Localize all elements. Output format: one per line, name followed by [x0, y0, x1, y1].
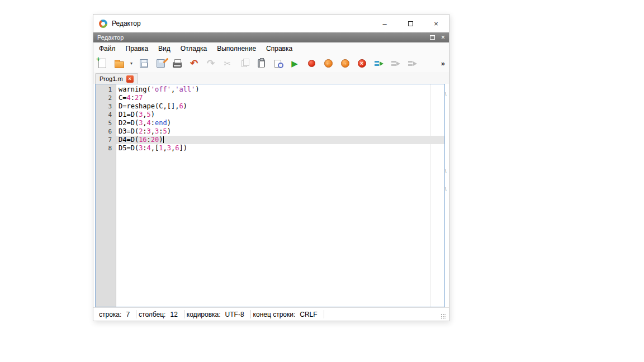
- tab-close-button[interactable]: ×: [126, 75, 134, 83]
- status-bar: строка:7столбец:12кодировка:UTF-8конец с…: [93, 307, 449, 321]
- minimize-button[interactable]: –: [372, 15, 397, 32]
- annotation-mark: \: [445, 169, 447, 174]
- toolbar-overflow-button[interactable]: »: [439, 59, 447, 68]
- code-line-1[interactable]: warning('off','all'): [116, 85, 444, 94]
- open-file-dropdown-icon: ▾: [130, 61, 132, 66]
- new-file-button[interactable]: [95, 56, 110, 71]
- menu-item-edit[interactable]: Правка: [121, 43, 154, 54]
- line-number-2: 2: [96, 94, 112, 102]
- menu-item-help[interactable]: Справка: [261, 43, 297, 54]
- remove-breakpoints-icon: ×: [358, 59, 366, 68]
- menu-item-run[interactable]: Выполнение: [212, 43, 261, 54]
- print-button[interactable]: [170, 56, 184, 71]
- save-as-icon: [157, 59, 165, 68]
- line-number-8: 8: [96, 144, 112, 153]
- close-button[interactable]: ×: [423, 15, 449, 32]
- status-line-value: 7: [126, 311, 130, 318]
- window-title: Редактор: [112, 20, 141, 27]
- line-number-3: 3: [96, 102, 112, 111]
- panel-close-button[interactable]: ×: [441, 34, 445, 41]
- window-controls: – ×: [372, 15, 449, 32]
- status-encoding-label: кодировка:: [187, 311, 221, 318]
- editor-gutter: 12345678: [96, 84, 116, 307]
- octave-logo-icon: [99, 20, 107, 28]
- menu-item-view[interactable]: Вид: [153, 43, 176, 54]
- print-icon: [173, 62, 182, 68]
- window-titlebar[interactable]: Редактор – ×: [93, 15, 449, 32]
- editor-code[interactable]: warning('off','all')C=4:27D=reshape(C,[]…: [116, 84, 444, 307]
- code-line-3[interactable]: D=reshape(C,[],6): [116, 102, 444, 111]
- undock-icon[interactable]: [430, 35, 435, 40]
- menu-bar: ФайлПравкаВидОтладкаВыполнениеСправка: [93, 42, 449, 55]
- editor-pane[interactable]: 12345678 warning('off','all')C=4:27D=res…: [95, 84, 445, 307]
- code-line-2[interactable]: C=4:27: [116, 94, 444, 102]
- status-cells: строка:7столбец:12кодировка:UTF-8конец с…: [97, 308, 441, 321]
- run-icon: ▶: [291, 59, 298, 68]
- redo-icon: ↷: [207, 59, 215, 68]
- line-number-4: 4: [96, 111, 112, 119]
- step-icon: [374, 60, 383, 68]
- status-eol: конец строки:CRLF: [251, 310, 324, 318]
- menu-item-debug[interactable]: Отладка: [176, 43, 212, 54]
- new-file-icon: [98, 59, 106, 68]
- paste-button[interactable]: [254, 56, 268, 71]
- toggle-breakpoint-icon: [308, 60, 315, 67]
- remove-breakpoints-button[interactable]: ×: [354, 56, 369, 71]
- copy-button: [237, 56, 252, 71]
- tab-prog1[interactable]: Prog1.m ×: [95, 73, 138, 84]
- status-line: строка:7: [97, 310, 136, 318]
- toolbar: ▾↶↷✂▶←→×»: [93, 55, 449, 72]
- prev-breakpoint-button[interactable]: ←: [321, 56, 335, 71]
- panel-controls: ×: [430, 34, 445, 41]
- step-in-icon: [391, 60, 400, 68]
- step-button[interactable]: [371, 56, 386, 71]
- step-out-button: [405, 56, 419, 71]
- code-line-6[interactable]: D3=D(2:3,3:5): [116, 127, 444, 136]
- open-file-dropdown-button[interactable]: ▾: [129, 56, 134, 71]
- run-button[interactable]: ▶: [287, 56, 302, 71]
- panel-titlebar[interactable]: Редактор ×: [93, 32, 449, 42]
- undo-button[interactable]: ↶: [187, 56, 201, 71]
- line-number-7: 7: [96, 136, 112, 144]
- status-line-label: строка:: [99, 311, 121, 318]
- status-column-label: столбец:: [139, 311, 165, 318]
- save-button[interactable]: [136, 56, 151, 71]
- find-button[interactable]: [271, 56, 285, 71]
- tab-bar: Prog1.m ×: [93, 72, 449, 84]
- next-breakpoint-button[interactable]: →: [338, 56, 352, 71]
- editor-window: Редактор – × Редактор × ФайлПравкаВидОтл…: [93, 14, 449, 321]
- prev-breakpoint-icon: ←: [324, 59, 333, 68]
- save-icon: [140, 59, 148, 68]
- annotation-mark: \: [445, 187, 447, 192]
- undo-icon: ↶: [190, 59, 198, 68]
- code-line-4[interactable]: D1=D(3,5): [116, 111, 444, 119]
- line-number-6: 6: [96, 127, 112, 136]
- step-out-icon: [408, 60, 417, 68]
- redo-button: ↷: [203, 56, 218, 71]
- status-encoding: кодировка:UTF-8: [184, 310, 251, 318]
- resize-grip[interactable]: [441, 313, 446, 319]
- status-eol-value: CRLF: [300, 311, 317, 318]
- maximize-button[interactable]: [397, 15, 423, 32]
- copy-icon: [242, 60, 247, 67]
- annotation-strip: \ \ \: [445, 84, 449, 307]
- menu-item-file[interactable]: Файл: [94, 43, 121, 54]
- next-breakpoint-icon: →: [341, 59, 349, 68]
- paste-icon: [258, 59, 265, 68]
- text-cursor: [163, 136, 164, 143]
- save-as-button[interactable]: [153, 56, 168, 71]
- code-line-5[interactable]: D2=D(3,4:end): [116, 119, 444, 127]
- status-encoding-value: UTF-8: [225, 311, 244, 318]
- maximize-icon: [408, 21, 413, 26]
- open-file-button[interactable]: [112, 56, 126, 71]
- code-line-8[interactable]: D5=D(3:4,[1,3,6]): [116, 144, 444, 153]
- code-line-7[interactable]: D4=D(16:20): [116, 136, 444, 144]
- toggle-breakpoint-button[interactable]: [304, 56, 319, 71]
- status-column: столбец:12: [136, 310, 184, 318]
- step-in-button: [388, 56, 402, 71]
- line-number-1: 1: [96, 85, 112, 94]
- panel-title: Редактор: [97, 34, 124, 41]
- line-number-5: 5: [96, 119, 112, 127]
- editor-main: 12345678 warning('off','all')C=4:27D=res…: [93, 84, 449, 307]
- tab-label: Prog1.m: [100, 75, 123, 82]
